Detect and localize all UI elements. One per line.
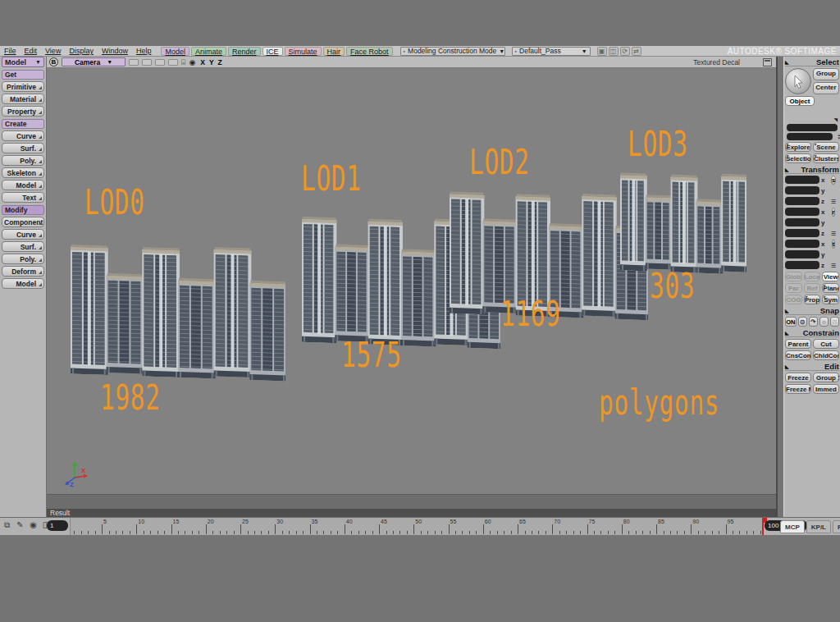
constrain-cut-button[interactable]: Cut — [813, 339, 839, 349]
axis-z-button[interactable]: Z — [218, 58, 223, 66]
transform-s-y-field[interactable] — [785, 186, 819, 194]
swap-icon[interactable]: ⇄ — [632, 47, 641, 56]
transform-t-x-field[interactable] — [785, 240, 819, 248]
select-scene-button[interactable]: Scene — [813, 142, 839, 152]
popup-arrow-icon[interactable]: ◥ — [785, 117, 839, 122]
modify-component-button[interactable]: Component — [2, 217, 44, 227]
transform-r-button[interactable]: r — [832, 208, 836, 217]
explorer-field[interactable] — [787, 124, 838, 131]
transform-s-x-field[interactable] — [785, 176, 819, 184]
memo-cam-button[interactable] — [129, 59, 139, 66]
window-icon[interactable] — [763, 58, 772, 66]
viewport-letter-button[interactable]: B — [49, 57, 58, 66]
menu-edit[interactable]: Edit — [21, 47, 42, 55]
menu-ice[interactable]: ICE — [262, 47, 283, 56]
modify-surf-mesh-button[interactable]: Surf. Mesh — [2, 241, 44, 252]
camera-icon[interactable]: ⌻ — [181, 57, 185, 67]
render-pass-dropdown[interactable]: ▪ Default_Pass ▼ — [512, 47, 591, 56]
explorer-field[interactable] — [787, 133, 833, 140]
constrain-cnscomp-button[interactable]: CnsComp — [785, 350, 811, 360]
memo-cam-button[interactable] — [168, 59, 178, 66]
create-text-button[interactable]: Text — [2, 192, 44, 203]
pencil-icon[interactable]: ✎ — [15, 519, 25, 531]
create-model-button[interactable]: Model — [2, 180, 44, 190]
edit-immed-button[interactable]: Immed — [813, 384, 839, 394]
menu-file[interactable]: File — [0, 47, 21, 55]
render-region-icon[interactable]: ▣ — [597, 47, 607, 56]
menu-animate[interactable]: Animate — [191, 47, 226, 56]
playhead-marker[interactable] — [762, 518, 764, 535]
select-clusters-button[interactable]: Clusters — [813, 153, 839, 163]
panel-header-edit[interactable]: ◣Edit — [785, 362, 839, 371]
lod3-buildings[interactable] — [620, 167, 746, 274]
create-skeleton-button[interactable]: Skeleton — [2, 167, 44, 178]
panel-header-constrain[interactable]: ◣Constrain — [785, 328, 839, 337]
start-frame-field[interactable]: 1 — [47, 520, 68, 531]
create-surf-mesh-button[interactable]: Surf. Mesh — [2, 143, 44, 153]
tab-kp-l[interactable]: KP/L — [806, 520, 831, 533]
edit-group-button[interactable]: Group — [813, 373, 839, 382]
menu-window[interactable]: Window — [98, 47, 132, 55]
snap-on-button[interactable]: ON — [785, 317, 797, 327]
transform-prop-button[interactable]: Prop — [804, 295, 821, 304]
eye-icon[interactable]: ◉ — [189, 57, 195, 67]
panel-header-snap[interactable]: ◣Snap — [785, 306, 839, 315]
menu-hair[interactable]: Hair — [323, 47, 345, 56]
curve-snap-icon[interactable]: ↷ — [809, 317, 818, 327]
modify-deform-button[interactable]: Deform — [2, 266, 44, 277]
point-snap-icon[interactable]: ⊙ — [798, 317, 807, 327]
tab-mcp[interactable]: MCP — [780, 520, 805, 533]
tab-pfg[interactable]: PFG — [833, 520, 840, 533]
panel-header-transform[interactable]: ◣Transform — [785, 165, 839, 174]
lod0-buildings[interactable] — [71, 236, 285, 381]
object-filter-button[interactable]: Object — [785, 96, 815, 106]
camera-view-dropdown[interactable]: Camera ▼ — [62, 57, 126, 66]
palette-icon[interactable]: ◉ — [28, 519, 39, 531]
transform-r-x-field[interactable] — [785, 208, 819, 216]
transform-t-button[interactable]: t — [832, 240, 836, 249]
cubes-icon[interactable]: ⧉ — [2, 519, 12, 531]
transform-s-button[interactable]: s — [831, 176, 836, 185]
select-explore-button[interactable]: Explore — [785, 142, 811, 152]
select-selection-button[interactable]: Selection — [785, 153, 811, 163]
construction-mode-dropdown[interactable]: ▪ Modeling Construction Mode ▼ — [400, 47, 505, 56]
menu-display[interactable]: Display — [65, 47, 98, 55]
axis-x-button[interactable]: X — [200, 58, 206, 66]
transform-r-z-field[interactable] — [785, 229, 819, 237]
display-mode-label[interactable]: Textured Decal — [693, 58, 740, 66]
memo-cam-button[interactable] — [155, 59, 165, 66]
select-arrow-button[interactable] — [785, 68, 811, 94]
transform-t-y-field[interactable] — [785, 250, 819, 258]
menu-render[interactable]: Render — [228, 47, 261, 56]
menu-view[interactable]: View — [41, 47, 65, 55]
modify-poly-mesh-button[interactable]: Poly. Mesh — [2, 254, 44, 264]
transform-r-y-field[interactable] — [785, 218, 819, 226]
menu-help[interactable]: Help — [132, 47, 156, 55]
edit-freeze-button[interactable]: Freeze — [785, 373, 811, 382]
timeline-ruler[interactable]: 5101520253035404550556065707580859095 — [70, 518, 763, 535]
modify-model-button[interactable]: Model — [2, 278, 44, 289]
refmode-plane-button[interactable]: Plane — [822, 283, 839, 293]
transform-t-z-field[interactable] — [785, 261, 819, 269]
constrain-chldcomp-button[interactable]: ChldComp — [813, 350, 839, 360]
transform-menu-icon[interactable]: ☰ — [831, 263, 836, 268]
transform-menu-icon[interactable]: ☰ — [831, 199, 836, 204]
select-group-button[interactable]: Group — [813, 68, 839, 80]
refresh-icon[interactable]: ⟳ — [620, 47, 630, 56]
constrain-parent-button[interactable]: Parent — [785, 339, 811, 349]
grid-snap-icon[interactable]: ⁙ — [830, 317, 839, 327]
refmode-view-button[interactable]: View — [822, 272, 839, 281]
menu-model[interactable]: Model — [161, 47, 189, 56]
edit-freeze-m-button[interactable]: Freeze M — [785, 384, 811, 394]
result-tab[interactable]: Result — [47, 509, 776, 517]
axis-y-button[interactable]: Y — [209, 58, 215, 66]
panel-header-select[interactable]: ◣Select — [785, 57, 839, 66]
memo-cam-button[interactable] — [142, 59, 152, 66]
get-property-button[interactable]: Property — [2, 106, 44, 117]
transform-menu-icon[interactable]: ☰ — [831, 231, 836, 236]
facet-snap-icon[interactable]: ○ — [819, 317, 829, 327]
select-center-button[interactable]: Center — [813, 82, 839, 94]
render-options-icon[interactable]: ◫ — [609, 47, 619, 56]
menu-simulate[interactable]: Simulate — [285, 47, 322, 56]
get-primitive-button[interactable]: Primitive — [2, 81, 44, 92]
